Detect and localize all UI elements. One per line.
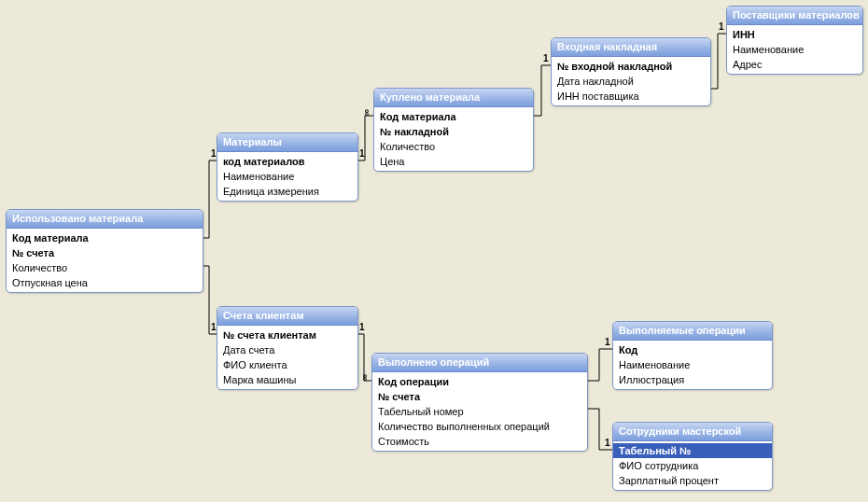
entity-fields: Код материала№ накладнойКоличествоЦена <box>374 107 533 171</box>
entity-fields: КодНаименованиеИллюстрация <box>613 341 772 389</box>
entity-field[interactable]: Количество <box>374 139 533 154</box>
entity-inv[interactable]: Входная накладная№ входной накладнойДата… <box>551 37 711 106</box>
entity-field[interactable]: ИНН поставщика <box>552 89 710 104</box>
rel-label-one: 1 <box>211 323 217 332</box>
entity-mat[interactable]: Материалыкод материаловНаименованиеЕдини… <box>217 132 358 202</box>
entity-field[interactable]: Отпускная цена <box>7 275 203 290</box>
entity-fields: ИНННаименованиеАдрес <box>727 25 862 74</box>
entity-title[interactable]: Сотрудники мастерской <box>613 423 772 441</box>
entity-fields: № счета клиентамДата счетаФИО клиентаМар… <box>217 326 357 389</box>
entity-title[interactable]: Материалы <box>217 133 357 152</box>
entity-field[interactable]: Наименование <box>613 357 772 372</box>
entity-field[interactable]: Иллюстрация <box>613 372 772 387</box>
entity-field[interactable]: Единица измерения <box>217 184 357 199</box>
rel-label-one: 1 <box>543 54 549 63</box>
entity-sup[interactable]: Поставщики материаловИНННаименованиеАдре… <box>726 6 863 75</box>
entity-field[interactable]: № накладной <box>374 124 533 139</box>
rel-label-many: ∞ <box>360 374 370 381</box>
entity-title[interactable]: Выполнено операций <box>372 354 587 372</box>
entity-acc[interactable]: Счета клиентам№ счета клиентамДата счета… <box>217 306 358 390</box>
entity-emp[interactable]: Сотрудники мастерскойТабельный №ФИО сотр… <box>612 422 773 491</box>
entity-field[interactable]: Код <box>613 342 772 357</box>
entity-field[interactable]: № входной накладной <box>552 59 710 74</box>
entity-field[interactable]: Наименование <box>217 169 357 184</box>
entity-field[interactable]: Количество <box>7 260 203 275</box>
rel-label-one: 1 <box>211 149 217 159</box>
entity-field[interactable]: Дата счета <box>217 342 357 357</box>
entity-field[interactable]: Стоимость <box>372 434 587 449</box>
entity-title[interactable]: Счета клиентам <box>217 307 357 326</box>
entity-field[interactable]: Марка машины <box>217 372 357 387</box>
entity-ops[interactable]: Выполняемые операцииКодНаименованиеИллюс… <box>612 321 773 390</box>
entity-field[interactable]: № счета <box>7 245 203 260</box>
entity-title[interactable]: Куплено материала <box>374 89 533 107</box>
entity-field[interactable]: Адрес <box>727 57 862 72</box>
entity-field[interactable]: Дата накладной <box>552 74 710 89</box>
rel-label-one: 1 <box>719 22 724 32</box>
entity-field[interactable]: № счета <box>372 389 587 404</box>
entity-title[interactable]: Использовано материала <box>7 210 203 229</box>
entity-field[interactable]: ФИО сотрудника <box>613 458 772 473</box>
rel-label-one: 1 <box>359 149 365 159</box>
entity-field[interactable]: № счета клиентам <box>217 328 357 342</box>
entity-title[interactable]: Поставщики материалов <box>727 7 862 25</box>
entity-done[interactable]: Выполнено операцийКод операции№ счетаТаб… <box>371 353 588 452</box>
entity-field[interactable]: код материалов <box>217 154 357 169</box>
entity-field[interactable]: Код материала <box>7 230 203 245</box>
entity-field[interactable]: Код операции <box>372 374 587 389</box>
entity-field[interactable]: ИНН <box>727 27 862 42</box>
entity-field[interactable]: Наименование <box>727 42 862 57</box>
entity-used[interactable]: Использовано материалаКод материала№ сче… <box>6 209 203 293</box>
entity-title[interactable]: Входная накладная <box>552 38 710 57</box>
rel-label-one: 1 <box>605 338 610 347</box>
entity-field[interactable]: Зарплатный процент <box>613 473 772 488</box>
entity-field[interactable]: Табельный номер <box>372 404 587 419</box>
entity-field[interactable]: Количество выполненных операций <box>372 419 587 434</box>
entity-fields: Табельный №ФИО сотрудникаЗарплатный проц… <box>613 441 772 490</box>
entity-field[interactable]: Цена <box>374 154 533 169</box>
entity-fields: № входной накладнойДата накладнойИНН пос… <box>552 57 710 105</box>
entity-field[interactable]: Код материала <box>374 109 533 124</box>
rel-label-many: ∞ <box>362 109 371 116</box>
entity-fields: Код материала№ счетаКоличествоОтпускная … <box>7 229 203 292</box>
entity-fields: Код операции№ счетаТабельный номерКоличе… <box>372 372 587 451</box>
entity-title[interactable]: Выполняемые операции <box>613 322 772 341</box>
rel-label-one: 1 <box>359 323 365 332</box>
rel-label-one: 1 <box>605 439 610 448</box>
entity-field[interactable]: ФИО клиента <box>217 357 357 372</box>
entity-buy[interactable]: Куплено материалаКод материала№ накладно… <box>373 88 534 172</box>
entity-field[interactable]: Табельный № <box>613 443 772 458</box>
entity-fields: код материаловНаименованиеЕдиница измере… <box>217 152 357 201</box>
